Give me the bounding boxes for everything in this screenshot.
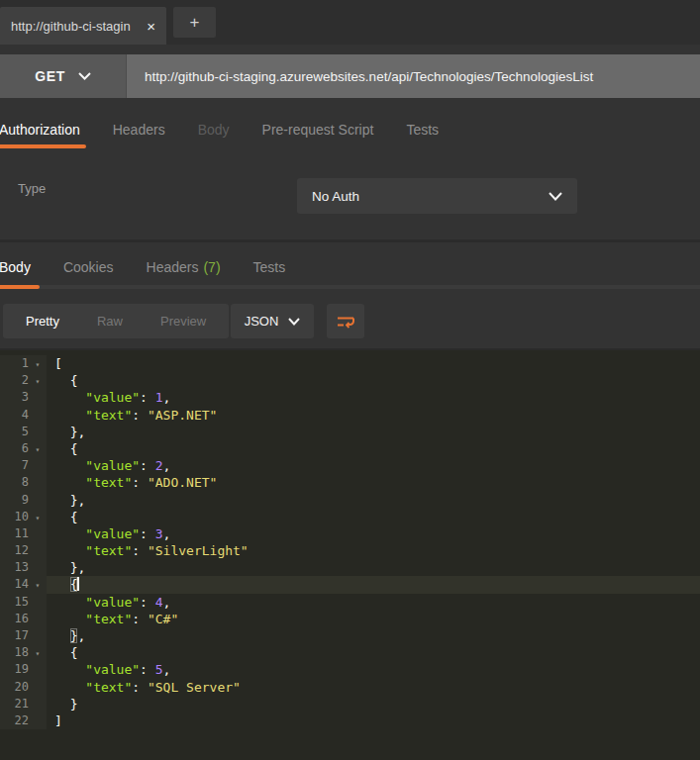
url-bar: GET http://github-ci-staging.azurewebsit… bbox=[0, 45, 700, 109]
code-line[interactable]: 19 "value": 5, bbox=[0, 661, 700, 678]
line-number: 11 bbox=[0, 525, 29, 542]
json-punctuation: }, bbox=[54, 560, 85, 575]
code-line[interactable]: 14▾ { bbox=[0, 576, 700, 593]
fold-spacer bbox=[29, 627, 47, 644]
method-dropdown[interactable]: GET bbox=[0, 54, 127, 98]
code-line[interactable]: 18▾ { bbox=[0, 644, 700, 661]
json-punctuation: { bbox=[70, 577, 78, 592]
view-mode-pretty[interactable]: Pretty bbox=[7, 314, 78, 329]
fold-arrow-icon[interactable]: ▾ bbox=[29, 440, 47, 457]
code-line[interactable]: 1▾[ bbox=[0, 355, 700, 372]
code-text[interactable]: "value": 3, bbox=[47, 525, 700, 542]
response-tab-cookies[interactable]: Cookies bbox=[62, 242, 115, 292]
code-text[interactable]: { bbox=[47, 576, 700, 593]
json-punctuation bbox=[54, 408, 85, 423]
json-punctuation: , bbox=[163, 526, 171, 541]
response-tab-headers[interactable]: Headers(7) bbox=[146, 242, 222, 292]
code-text[interactable]: "value": 4, bbox=[47, 594, 700, 611]
response-section-tabs: BodyCookiesHeaders(7)Tests bbox=[0, 242, 700, 292]
request-tab-authorization[interactable]: Authorization bbox=[0, 109, 82, 150]
code-text[interactable]: }, bbox=[47, 627, 700, 644]
code-text[interactable]: "text": "C#" bbox=[47, 611, 700, 627]
response-body-editor[interactable]: 1▾[2▾ {3 "value": 1,4 "text": "ASP.NET"5… bbox=[0, 348, 700, 760]
fold-spacer bbox=[29, 696, 47, 712]
code-line[interactable]: 16 "text": "C#" bbox=[0, 611, 700, 627]
code-text[interactable]: "value": 1, bbox=[47, 389, 700, 406]
line-number: 14 bbox=[0, 576, 29, 593]
code-line[interactable]: 20 "text": "SQL Server" bbox=[0, 679, 700, 696]
gutter: 5 bbox=[0, 424, 47, 440]
code-text[interactable]: [ bbox=[47, 355, 700, 372]
code-line[interactable]: 13 }, bbox=[0, 559, 700, 576]
code-line[interactable]: 21 } bbox=[0, 696, 700, 712]
code-text[interactable]: ] bbox=[47, 712, 700, 729]
new-tab-button[interactable]: + bbox=[173, 7, 216, 38]
code-line[interactable]: 17 }, bbox=[0, 627, 700, 644]
code-text[interactable]: "value": 2, bbox=[47, 457, 700, 474]
line-number: 21 bbox=[0, 696, 29, 712]
request-tab[interactable]: http://github-ci-stagin × bbox=[0, 7, 166, 45]
fold-arrow-icon[interactable]: ▾ bbox=[29, 509, 47, 525]
code-line[interactable]: 5 }, bbox=[0, 424, 700, 440]
code-line[interactable]: 15 "value": 4, bbox=[0, 594, 700, 611]
code-line[interactable]: 10▾ { bbox=[0, 509, 700, 525]
fold-spacer bbox=[29, 661, 47, 678]
code-line[interactable]: 9 }, bbox=[0, 492, 700, 509]
code-text[interactable]: }, bbox=[47, 559, 700, 576]
view-mode-preview[interactable]: Preview bbox=[142, 314, 225, 329]
code-text[interactable]: } bbox=[47, 696, 700, 712]
code-text[interactable]: "text": "SQL Server" bbox=[47, 679, 700, 696]
auth-type-dropdown[interactable]: No Auth bbox=[297, 178, 577, 214]
request-section-tabs: AuthorizationHeadersBodyPre-request Scri… bbox=[0, 109, 700, 150]
request-tab-headers[interactable]: Headers bbox=[111, 109, 167, 150]
code-text[interactable]: "text": "SilverLight" bbox=[47, 542, 700, 559]
json-punctuation: { bbox=[54, 645, 77, 660]
code-text[interactable]: }, bbox=[47, 424, 700, 440]
code-text[interactable]: { bbox=[47, 644, 700, 661]
code-line[interactable]: 11 "value": 3, bbox=[0, 525, 700, 542]
line-number: 8 bbox=[0, 474, 29, 491]
code-text[interactable]: { bbox=[47, 372, 700, 389]
view-mode-raw[interactable]: Raw bbox=[78, 314, 142, 329]
language-dropdown[interactable]: JSON bbox=[231, 304, 314, 338]
response-tab-label: Headers bbox=[147, 259, 199, 275]
request-tab-body[interactable]: Body bbox=[196, 109, 232, 150]
fold-arrow-icon[interactable]: ▾ bbox=[29, 372, 47, 389]
code-text[interactable]: { bbox=[47, 509, 700, 525]
json-punctuation: : bbox=[140, 595, 155, 610]
line-number: 15 bbox=[0, 594, 29, 611]
code-line[interactable]: 3 "value": 1, bbox=[0, 389, 700, 406]
code-text[interactable]: "text": "ASP.NET" bbox=[47, 407, 700, 424]
fold-arrow-icon[interactable]: ▾ bbox=[29, 355, 47, 372]
line-number: 12 bbox=[0, 542, 29, 559]
code-line[interactable]: 7 "value": 2, bbox=[0, 457, 700, 474]
close-icon[interactable]: × bbox=[147, 19, 155, 34]
gutter: 12 bbox=[0, 542, 47, 559]
json-punctuation bbox=[54, 595, 85, 610]
code-text[interactable]: "text": "ADO.NET" bbox=[47, 474, 700, 491]
json-punctuation: , bbox=[163, 662, 171, 677]
code-line[interactable]: 2▾ { bbox=[0, 372, 700, 389]
request-tab-tests[interactable]: Tests bbox=[404, 109, 441, 150]
code-line[interactable]: 8 "text": "ADO.NET" bbox=[0, 474, 700, 491]
fold-spacer bbox=[29, 679, 47, 696]
line-number: 17 bbox=[0, 627, 29, 644]
code-line[interactable]: 22] bbox=[0, 712, 700, 729]
json-key: "value" bbox=[85, 390, 140, 405]
url-input[interactable]: http://github-ci-staging.azurewebsites.n… bbox=[127, 54, 700, 98]
json-punctuation: } bbox=[54, 697, 77, 712]
fold-spacer bbox=[29, 525, 47, 542]
code-line[interactable]: 4 "text": "ASP.NET" bbox=[0, 407, 700, 424]
gutter: 10▾ bbox=[0, 509, 47, 525]
code-text[interactable]: { bbox=[47, 440, 700, 457]
wrap-lines-button[interactable] bbox=[327, 304, 364, 338]
response-tab-body[interactable]: Body bbox=[0, 242, 32, 292]
response-tab-tests[interactable]: Tests bbox=[252, 242, 287, 292]
code-text[interactable]: "value": 5, bbox=[47, 661, 700, 678]
fold-arrow-icon[interactable]: ▾ bbox=[29, 576, 47, 593]
request-tab-pre-request-script[interactable]: Pre-request Script bbox=[260, 109, 376, 150]
code-text[interactable]: }, bbox=[47, 492, 700, 509]
code-line[interactable]: 6▾ { bbox=[0, 440, 700, 457]
code-line[interactable]: 12 "text": "SilverLight" bbox=[0, 542, 700, 559]
fold-arrow-icon[interactable]: ▾ bbox=[29, 644, 47, 661]
